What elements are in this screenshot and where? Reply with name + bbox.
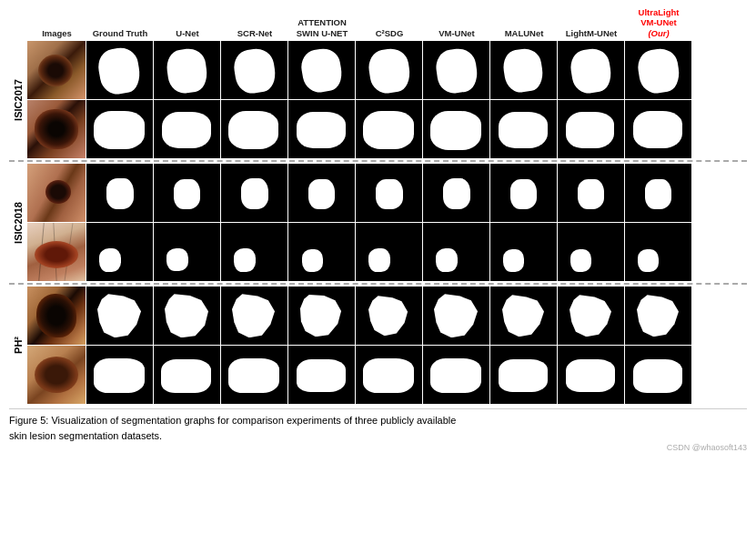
col-header-malunet: MALUNet	[490, 28, 558, 38]
img-isic2017-r2	[27, 100, 86, 158]
attn-isic2017-r2	[288, 100, 355, 158]
isic2018-row2	[27, 223, 691, 281]
lightm-isic2018-r1	[558, 164, 624, 222]
vmunet-isic2017-r2	[423, 100, 489, 158]
c2sdg-ph2-r1	[356, 287, 422, 345]
c2sdg-ph2-r2	[356, 346, 422, 404]
malunet-isic2017-r1	[490, 41, 557, 99]
scrnet-isic2018-r2	[221, 223, 287, 281]
isic2017-row1	[27, 41, 691, 99]
ultralight-isic2018-r2	[625, 223, 691, 281]
lightm-isic2017-r1	[558, 41, 624, 99]
gt-isic2018-r2	[86, 223, 153, 281]
ultralight-isic2018-r1	[625, 164, 691, 222]
malunet-isic2018-r2	[490, 223, 557, 281]
vmunet-isic2018-r1	[423, 164, 489, 222]
ph2-row2	[27, 346, 691, 404]
label-ph2: PH²	[9, 287, 27, 404]
vmunet-ph2-r1	[423, 287, 489, 345]
malunet-isic2017-r2	[490, 100, 557, 158]
vmunet-isic2018-r2	[423, 223, 489, 281]
gt-isic2017-r1	[86, 41, 153, 99]
col-header-lightm: LightM-UNet	[558, 28, 625, 38]
lightm-isic2017-r2	[558, 100, 624, 158]
gt-ph2-r2	[86, 346, 153, 404]
isic2018-row1	[27, 164, 691, 222]
img-ph2-r1	[27, 287, 86, 345]
label-isic2018: ISIC2018	[9, 164, 27, 281]
img-ph2-r2	[27, 346, 86, 404]
lightm-isic2018-r2	[558, 223, 624, 281]
c2sdg-isic2017-r2	[356, 100, 422, 158]
img-isic2017-r1	[27, 41, 86, 99]
col-header-images: Images	[27, 28, 86, 38]
scrnet-isic2018-r1	[221, 164, 287, 222]
attn-ph2-r2	[288, 346, 355, 404]
lightm-ph2-r1	[558, 287, 624, 345]
scrnet-ph2-r1	[221, 287, 287, 345]
malunet-isic2018-r1	[490, 164, 557, 222]
unet-ph2-r2	[154, 346, 220, 404]
scrnet-isic2017-r1	[221, 41, 287, 99]
vmunet-isic2017-r1	[423, 41, 489, 99]
col-header-gt: Ground Truth	[86, 28, 154, 38]
attn-isic2018-r1	[288, 164, 355, 222]
col-header-c2sdg: C²SDG	[356, 28, 423, 38]
section-ph2: PH²	[9, 287, 747, 404]
label-isic2017: ISIC2017	[9, 41, 27, 158]
attn-isic2017-r1	[288, 41, 355, 99]
c2sdg-isic2018-r1	[356, 164, 422, 222]
col-header-attention: ATTENTIONSWIN U-NET	[288, 17, 356, 38]
lightm-ph2-r2	[558, 346, 624, 404]
col-header-scrnet: SCR-Net	[221, 28, 288, 38]
figure-caption: Figure 5: Visualization of segmentation …	[9, 408, 747, 452]
ultralight-isic2017-r1	[625, 41, 691, 99]
malunet-ph2-r2	[490, 346, 557, 404]
caption-text: Figure 5: Visualization of segmentation …	[9, 413, 747, 443]
section-isic2018: ISIC2018	[9, 164, 747, 285]
img-isic2018-r2	[27, 223, 86, 281]
unet-isic2017-r2	[154, 100, 220, 158]
ultralight-ph2-r1	[625, 287, 691, 345]
ph2-row1	[27, 287, 691, 345]
isic2017-row2	[27, 100, 691, 158]
vmunet-ph2-r2	[423, 346, 489, 404]
gt-isic2017-r2	[86, 100, 153, 158]
col-header-unet: U-Net	[154, 28, 221, 38]
unet-isic2018-r1	[154, 164, 220, 222]
ultralight-ph2-r2	[625, 346, 691, 404]
col-header-vmunet: VM-UNet	[423, 28, 490, 38]
scrnet-ph2-r2	[221, 346, 287, 404]
gt-isic2018-r1	[86, 164, 153, 222]
ultralight-isic2017-r2	[625, 100, 691, 158]
gt-ph2-r1	[86, 287, 153, 345]
c2sdg-isic2018-r2	[356, 223, 422, 281]
col-header-ultralight: UltraLightVM-UNet(Our)	[625, 7, 692, 38]
isic2018-rows	[27, 164, 691, 281]
scrnet-isic2017-r2	[221, 100, 287, 158]
malunet-ph2-r1	[490, 287, 557, 345]
unet-isic2018-r2	[154, 223, 220, 281]
watermark-text: CSDN @whaosoft143	[667, 443, 747, 452]
unet-ph2-r1	[154, 287, 220, 345]
ph2-rows	[27, 287, 691, 404]
isic2017-rows	[27, 41, 691, 158]
img-isic2018-r1	[27, 164, 86, 222]
main-container: Images Ground Truth U-Net SCR-Net ATTENT…	[0, 0, 756, 458]
attn-isic2018-r2	[288, 223, 355, 281]
attn-ph2-r1	[288, 287, 355, 345]
header-row: Images Ground Truth U-Net SCR-Net ATTENT…	[27, 7, 747, 38]
c2sdg-isic2017-r1	[356, 41, 422, 99]
section-isic2017: ISIC2017	[9, 41, 747, 162]
unet-isic2017-r1	[154, 41, 220, 99]
